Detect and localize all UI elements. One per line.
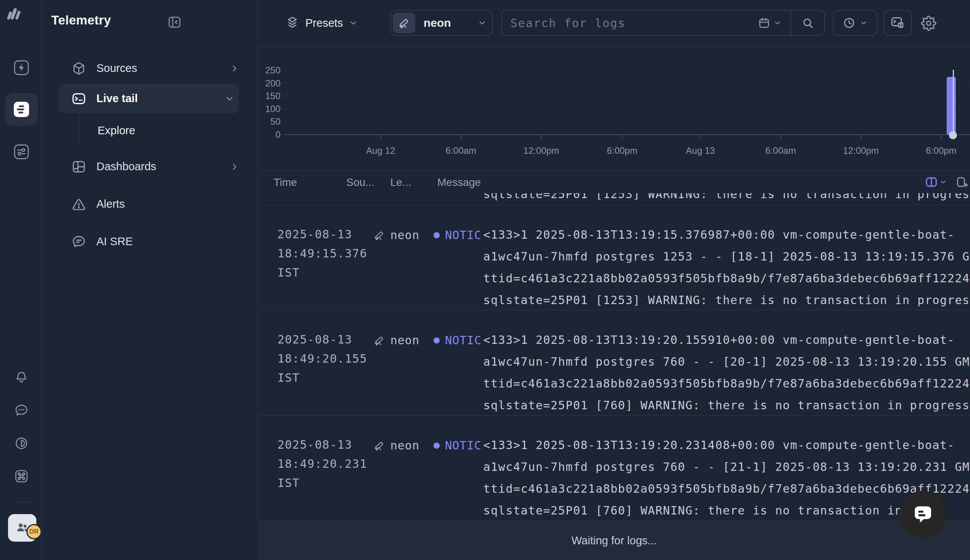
settings-sliders-icon[interactable]	[13, 144, 30, 160]
log-level: NOTIC	[433, 333, 482, 347]
x-axis-label: 12:00pm	[830, 145, 892, 156]
user-initials-badge[interactable]: DR	[27, 524, 42, 539]
x-axis-label: Aug 13	[670, 145, 731, 156]
column-header-time[interactable]: Time	[273, 176, 297, 188]
sidebar: Telemetry Sources	[43, 0, 258, 560]
sidebar-item-sources[interactable]: Sources	[43, 53, 258, 83]
y-axis-label: 50	[258, 116, 280, 127]
page-title: Telemetry	[51, 13, 111, 28]
x-axis-tick	[541, 135, 542, 139]
date-range-button[interactable]	[749, 11, 790, 35]
log-row[interactable]: 2025-08-1318:49:20.231IST neonNOTIC<133>…	[258, 415, 970, 520]
log-level: NOTIC	[433, 228, 482, 242]
log-level: NOTIC	[433, 439, 482, 452]
log-row[interactable]: 2025-08-1318:49:20.155IST neonNOTIC<133>…	[258, 310, 970, 415]
y-axis-label: 150	[258, 91, 280, 102]
chat-fab-button[interactable]	[899, 491, 947, 538]
notifications-bell-icon[interactable]	[13, 370, 30, 385]
x-axis-label: 6:00am	[750, 145, 811, 156]
x-axis-label: 12:00pm	[510, 145, 572, 156]
search-group	[501, 10, 825, 36]
logs-nav-active[interactable]	[5, 93, 38, 126]
column-header-message[interactable]: Message	[437, 176, 481, 188]
chevron-down-icon	[773, 19, 782, 27]
collapse-sidebar-icon[interactable]	[168, 15, 182, 29]
clock-icon	[843, 17, 856, 30]
x-axis-label: 6:00pm	[911, 145, 970, 156]
level-dot-icon	[433, 337, 440, 343]
log-level-label: NOTIC	[445, 333, 482, 347]
x-axis-tick	[860, 135, 861, 139]
sidebar-item-label: Alerts	[97, 198, 125, 210]
sidebar-item-label: Live tail	[97, 92, 138, 105]
telemetry-app: DR Telemetry Sources	[0, 0, 970, 560]
x-axis-tick	[941, 135, 942, 139]
chevron-right-icon	[230, 63, 240, 73]
grid-icon	[72, 160, 86, 174]
log-source-label: neon	[390, 439, 419, 452]
sidebar-item-explore[interactable]: Explore	[43, 113, 258, 148]
chevron-down-icon	[348, 18, 358, 28]
settings-gear-icon[interactable]	[921, 16, 936, 31]
chat-lines-icon	[72, 235, 86, 249]
log-level-label: NOTIC	[445, 228, 482, 242]
partial-log-text: sqlstate=25P01 [1253] WARNING: there is …	[483, 193, 970, 201]
rail-divider	[12, 502, 32, 503]
terminal-code-icon	[890, 16, 905, 30]
presets-label: Presets	[305, 17, 343, 30]
log-volume-chart[interactable]: 050100150200250Aug 126:00am12:00pm6:00pm…	[258, 47, 970, 170]
x-axis-tick	[780, 135, 781, 139]
log-table-header: Time Sou... Le... Message	[258, 170, 970, 193]
level-dot-icon	[433, 443, 440, 449]
partial-log-line[interactable]: sqlstate=25P01 [1253] WARNING: there is …	[258, 193, 970, 205]
column-header-source[interactable]: Sou...	[346, 176, 374, 188]
presets-button[interactable]: Presets	[285, 0, 358, 46]
log-source: neon	[373, 439, 419, 452]
y-axis-label: 250	[258, 65, 280, 76]
icon-rail: DR	[0, 0, 42, 560]
x-axis-label: Aug 12	[350, 145, 411, 156]
gridline-y150	[284, 96, 970, 97]
chat-bubble-icon	[911, 502, 935, 527]
sidebar-item-dashboards[interactable]: Dashboards	[43, 148, 258, 185]
source-select-value: neon	[423, 17, 451, 30]
gridline-y50	[284, 121, 970, 122]
log-time: 2025-08-1318:49:20.155IST	[277, 330, 367, 387]
gridline-y100	[284, 108, 970, 109]
y-axis-label: 0	[258, 129, 280, 140]
query-console-button[interactable]	[883, 10, 912, 36]
log-message: <133>1 2025-08-13T13:19:20.155910+00:00 …	[483, 311, 970, 415]
sidebar-item-label: Dashboards	[97, 160, 156, 173]
log-level-label: NOTIC	[445, 439, 482, 452]
sidebar-item-ai-sre[interactable]: AI SRE	[43, 223, 258, 260]
column-header-level[interactable]: Le...	[390, 176, 411, 188]
alert-triangle-icon	[72, 197, 86, 212]
level-dot-icon	[433, 232, 440, 238]
x-axis-tick	[461, 135, 462, 139]
chevron-down-icon	[939, 178, 947, 186]
sidebar-item-label: Sources	[97, 62, 137, 74]
log-source-label: neon	[390, 228, 419, 242]
log-message: <133>1 2025-08-13T13:19:15.376987+00:00 …	[483, 205, 970, 310]
column-layout-button[interactable]	[925, 175, 947, 188]
volume-bar	[947, 77, 956, 135]
app-logo-mountain-icon[interactable]	[6, 5, 24, 22]
add-column-button[interactable]	[955, 175, 968, 188]
quickstart-bolt-icon[interactable]	[13, 60, 30, 76]
shortcuts-command-icon[interactable]	[13, 468, 30, 484]
theme-contrast-icon[interactable]	[13, 435, 30, 452]
sidebar-item-live-tail[interactable]: Live tail	[43, 83, 258, 113]
add-column-icon	[955, 175, 968, 188]
x-axis-label: 6:00pm	[592, 145, 653, 156]
live-tail-time-button[interactable]	[833, 10, 877, 36]
x-axis-line	[284, 134, 970, 135]
search-input[interactable]	[502, 11, 749, 35]
log-row[interactable]: 2025-08-1318:49:15.376IST neonNOTIC<133>…	[258, 205, 970, 310]
run-search-button[interactable]	[791, 11, 824, 35]
logs-icon	[14, 102, 29, 117]
sidebar-item-alerts[interactable]: Alerts	[43, 185, 258, 223]
calendar-icon	[758, 17, 770, 29]
source-select[interactable]: neon	[390, 10, 493, 36]
avatar[interactable]: DR	[8, 514, 37, 542]
feedback-chat-icon[interactable]	[13, 402, 30, 418]
